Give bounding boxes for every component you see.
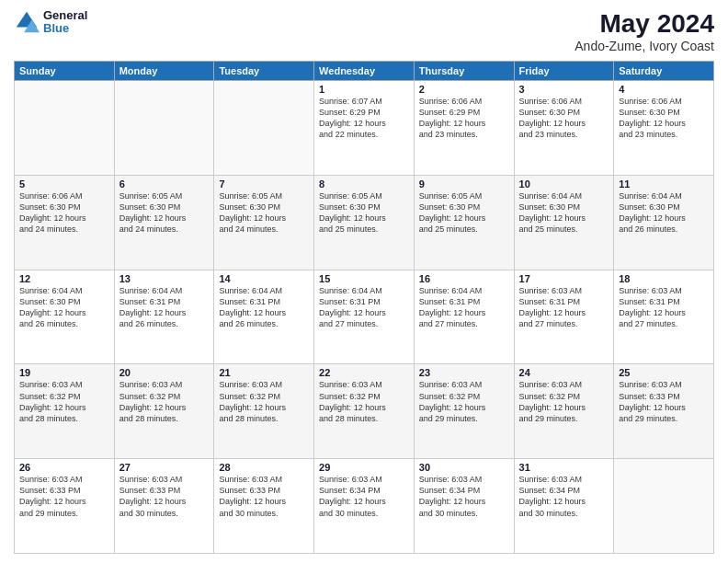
calendar-week-row: 5Sunrise: 6:06 AMSunset: 6:30 PMDaylight… [15, 175, 714, 270]
day-info: Sunrise: 6:05 AMSunset: 6:30 PMDaylight:… [319, 190, 409, 236]
day-number: 22 [319, 367, 409, 378]
table-row: 31Sunrise: 6:03 AMSunset: 6:34 PMDayligh… [514, 459, 614, 554]
day-info: Sunrise: 6:06 AMSunset: 6:30 PMDaylight:… [619, 96, 709, 141]
header-sunday: Sunday [15, 62, 115, 81]
day-number: 30 [419, 462, 509, 473]
day-number: 1 [319, 84, 409, 95]
day-number: 27 [119, 462, 210, 473]
table-row: 6Sunrise: 6:05 AMSunset: 6:30 PMDaylight… [114, 175, 214, 270]
calendar-title: May 2024 [574, 9, 714, 39]
day-number: 14 [219, 273, 309, 284]
day-info: Sunrise: 6:05 AMSunset: 6:30 PMDaylight:… [419, 190, 509, 236]
day-number: 19 [19, 367, 109, 378]
header-tuesday: Tuesday [214, 62, 314, 81]
table-row: 2Sunrise: 6:06 AMSunset: 6:29 PMDaylight… [414, 81, 514, 176]
day-info: Sunrise: 6:03 AMSunset: 6:32 PMDaylight:… [319, 379, 409, 424]
table-row: 11Sunrise: 6:04 AMSunset: 6:30 PMDayligh… [614, 175, 714, 270]
day-info: Sunrise: 6:07 AMSunset: 6:29 PMDaylight:… [319, 96, 409, 141]
day-number: 31 [519, 462, 609, 473]
title-block: May 2024 Ando-Zume, Ivory Coast [574, 9, 714, 53]
table-row: 29Sunrise: 6:03 AMSunset: 6:34 PMDayligh… [314, 459, 415, 554]
table-row [114, 81, 214, 176]
day-number: 17 [519, 273, 609, 284]
logo-icon [14, 9, 40, 35]
day-number: 8 [319, 178, 409, 190]
day-number: 11 [619, 178, 709, 190]
day-number: 3 [519, 84, 609, 95]
day-info: Sunrise: 6:04 AMSunset: 6:31 PMDaylight:… [219, 285, 309, 330]
table-row: 1Sunrise: 6:07 AMSunset: 6:29 PMDaylight… [314, 81, 415, 176]
day-number: 13 [119, 273, 210, 284]
table-row: 13Sunrise: 6:04 AMSunset: 6:31 PMDayligh… [114, 270, 214, 364]
header-wednesday: Wednesday [314, 62, 415, 81]
table-row: 26Sunrise: 6:03 AMSunset: 6:33 PMDayligh… [15, 459, 115, 554]
day-number: 16 [419, 273, 509, 284]
day-info: Sunrise: 6:04 AMSunset: 6:30 PMDaylight:… [619, 190, 709, 236]
day-number: 6 [119, 178, 210, 190]
table-row: 8Sunrise: 6:05 AMSunset: 6:30 PMDaylight… [314, 175, 415, 270]
day-number: 10 [519, 178, 609, 190]
calendar-week-row: 26Sunrise: 6:03 AMSunset: 6:33 PMDayligh… [15, 459, 714, 554]
table-row [214, 81, 314, 176]
table-row: 12Sunrise: 6:04 AMSunset: 6:30 PMDayligh… [15, 270, 115, 364]
table-row: 22Sunrise: 6:03 AMSunset: 6:32 PMDayligh… [314, 364, 415, 459]
table-row: 3Sunrise: 6:06 AMSunset: 6:30 PMDaylight… [514, 81, 614, 176]
page: General Blue May 2024 Ando-Zume, Ivory C… [0, 0, 728, 563]
table-row: 20Sunrise: 6:03 AMSunset: 6:32 PMDayligh… [114, 364, 214, 459]
day-info: Sunrise: 6:06 AMSunset: 6:30 PMDaylight:… [519, 96, 609, 141]
day-info: Sunrise: 6:03 AMSunset: 6:32 PMDaylight:… [219, 379, 309, 424]
table-row: 18Sunrise: 6:03 AMSunset: 6:31 PMDayligh… [614, 270, 714, 364]
day-info: Sunrise: 6:03 AMSunset: 6:32 PMDaylight:… [119, 379, 210, 424]
table-row: 19Sunrise: 6:03 AMSunset: 6:32 PMDayligh… [15, 364, 115, 459]
header-thursday: Thursday [414, 62, 514, 81]
day-info: Sunrise: 6:03 AMSunset: 6:34 PMDaylight:… [319, 474, 409, 519]
day-number: 26 [19, 462, 109, 473]
table-row: 9Sunrise: 6:05 AMSunset: 6:30 PMDaylight… [414, 175, 514, 270]
table-row: 23Sunrise: 6:03 AMSunset: 6:32 PMDayligh… [414, 364, 514, 459]
header: General Blue May 2024 Ando-Zume, Ivory C… [14, 9, 714, 53]
table-row: 15Sunrise: 6:04 AMSunset: 6:31 PMDayligh… [314, 270, 415, 364]
day-info: Sunrise: 6:03 AMSunset: 6:34 PMDaylight:… [519, 474, 609, 519]
day-number: 25 [619, 367, 709, 378]
day-number: 12 [19, 273, 109, 284]
calendar-header-row: Sunday Monday Tuesday Wednesday Thursday… [15, 62, 714, 81]
table-row: 24Sunrise: 6:03 AMSunset: 6:32 PMDayligh… [514, 364, 614, 459]
day-info: Sunrise: 6:05 AMSunset: 6:30 PMDaylight:… [119, 190, 210, 236]
table-row: 27Sunrise: 6:03 AMSunset: 6:33 PMDayligh… [114, 459, 214, 554]
day-info: Sunrise: 6:03 AMSunset: 6:33 PMDaylight:… [619, 379, 709, 424]
day-number: 7 [219, 178, 309, 190]
table-row: 10Sunrise: 6:04 AMSunset: 6:30 PMDayligh… [514, 175, 614, 270]
header-saturday: Saturday [614, 62, 714, 81]
day-info: Sunrise: 6:03 AMSunset: 6:33 PMDaylight:… [219, 474, 309, 519]
day-info: Sunrise: 6:04 AMSunset: 6:31 PMDaylight:… [119, 285, 210, 330]
day-number: 5 [19, 178, 109, 190]
table-row: 28Sunrise: 6:03 AMSunset: 6:33 PMDayligh… [214, 459, 314, 554]
day-number: 9 [419, 178, 509, 190]
logo: General Blue [14, 9, 87, 36]
day-number: 2 [419, 84, 509, 95]
day-number: 20 [119, 367, 210, 378]
day-info: Sunrise: 6:03 AMSunset: 6:32 PMDaylight:… [519, 379, 609, 424]
calendar-week-row: 12Sunrise: 6:04 AMSunset: 6:30 PMDayligh… [15, 270, 714, 364]
table-row: 14Sunrise: 6:04 AMSunset: 6:31 PMDayligh… [214, 270, 314, 364]
table-row: 16Sunrise: 6:04 AMSunset: 6:31 PMDayligh… [414, 270, 514, 364]
day-info: Sunrise: 6:05 AMSunset: 6:30 PMDaylight:… [219, 190, 309, 236]
day-number: 4 [619, 84, 709, 95]
day-info: Sunrise: 6:06 AMSunset: 6:29 PMDaylight:… [419, 96, 509, 141]
table-row: 25Sunrise: 6:03 AMSunset: 6:33 PMDayligh… [614, 364, 714, 459]
table-row: 7Sunrise: 6:05 AMSunset: 6:30 PMDaylight… [214, 175, 314, 270]
day-info: Sunrise: 6:03 AMSunset: 6:33 PMDaylight:… [19, 474, 109, 519]
table-row [614, 459, 714, 554]
day-info: Sunrise: 6:04 AMSunset: 6:30 PMDaylight:… [19, 285, 109, 330]
calendar-subtitle: Ando-Zume, Ivory Coast [574, 39, 714, 53]
day-info: Sunrise: 6:04 AMSunset: 6:31 PMDaylight:… [419, 285, 509, 330]
day-number: 29 [319, 462, 409, 473]
day-number: 21 [219, 367, 309, 378]
calendar-week-row: 1Sunrise: 6:07 AMSunset: 6:29 PMDaylight… [15, 81, 714, 176]
day-info: Sunrise: 6:04 AMSunset: 6:30 PMDaylight:… [519, 190, 609, 236]
day-number: 18 [619, 273, 709, 284]
day-number: 28 [219, 462, 309, 473]
logo-text: General Blue [43, 9, 87, 36]
table-row: 17Sunrise: 6:03 AMSunset: 6:31 PMDayligh… [514, 270, 614, 364]
day-number: 15 [319, 273, 409, 284]
